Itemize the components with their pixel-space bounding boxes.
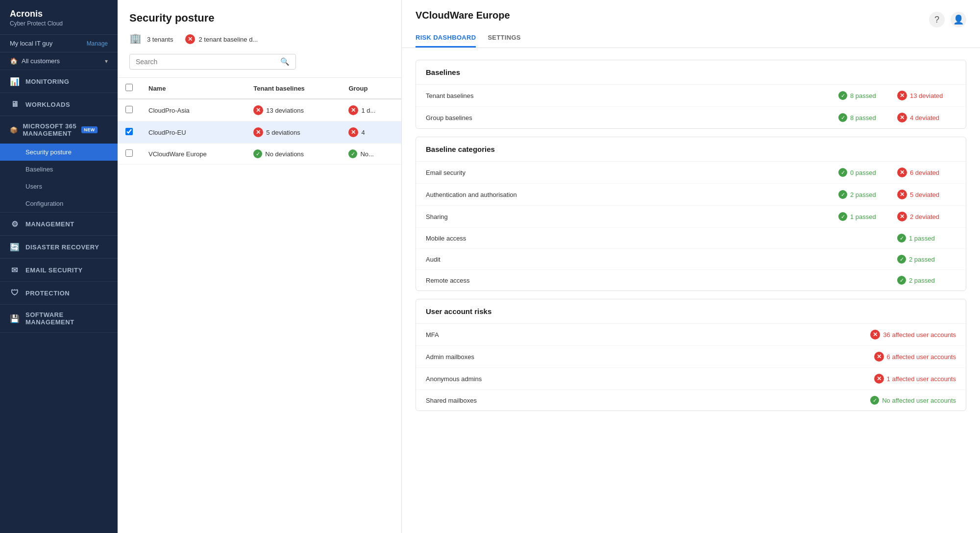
error-icon: ✕	[874, 352, 884, 362]
check-icon: ✓	[838, 212, 847, 221]
email-deviated-text: 6 deviated	[910, 169, 939, 176]
baselines-tenant-label: Tenant baselines	[426, 92, 838, 99]
baselines-tenant-deviated: ✕ 13 deviated	[897, 91, 956, 100]
customer-selector[interactable]: 🏠 All customers ▾	[0, 52, 118, 70]
sidebar-item-configuration[interactable]: Configuration	[0, 195, 118, 212]
nav-monitoring[interactable]: 📊 MONITORING	[0, 70, 118, 93]
sidebar-item-email-security[interactable]: ✉ EMAIL SECURITY	[0, 259, 118, 281]
row-checkbox-cell[interactable]	[118, 144, 141, 165]
deviation-text: 5 deviations	[266, 129, 300, 136]
sidebar-item-disaster-recovery[interactable]: 🔄 DISASTER RECOVERY	[0, 236, 118, 258]
detail-panel: VCloudWare Europe RISK DASHBOARD SETTING…	[402, 0, 980, 533]
manage-link[interactable]: Manage	[87, 40, 108, 47]
user-account-button[interactable]: 👤	[951, 12, 966, 27]
sidebar-item-baselines[interactable]: Baselines	[0, 161, 118, 178]
col-group-baselines: Group	[341, 78, 401, 99]
table-row[interactable]: CloudPro-Asia ✕ 13 deviations ✕ 1 d...	[118, 99, 401, 121]
nav-email-security[interactable]: ✉ EMAIL SECURITY	[0, 259, 118, 282]
row-checkbox[interactable]	[125, 128, 133, 135]
sidebar-item-security-posture[interactable]: Security posture	[0, 144, 118, 161]
sidebar-item-ms365[interactable]: 📦 MICROSOFT 365MANAGEMENT NEW	[0, 116, 118, 144]
nav-workloads[interactable]: 🖥 WORKLOADS	[0, 93, 118, 116]
user-account-risks-section: User account risks MFA ✕ 36 affected use…	[416, 299, 966, 411]
nav-disaster-recovery[interactable]: 🔄 DISASTER RECOVERY	[0, 236, 118, 259]
error-icon: ✕	[870, 330, 880, 339]
row-checkbox-cell[interactable]	[118, 99, 141, 121]
table-row[interactable]: VCloudWare Europe ✓ No deviations ✓ No..…	[118, 144, 401, 165]
sidebar: Acronis Cyber Protect Cloud My local IT …	[0, 0, 118, 533]
tab-bar: RISK DASHBOARD SETTINGS	[416, 29, 533, 48]
group-error-icon: ✕	[348, 105, 358, 115]
row-checkbox[interactable]	[125, 149, 133, 157]
row-tenant-baselines: ✕ 13 deviations	[245, 99, 341, 121]
row-checkbox-cell[interactable]	[118, 121, 141, 144]
sharing-deviated: ✕ 2 deviated	[897, 212, 956, 221]
error-icon: ✕	[185, 34, 195, 44]
risk-row-shared-mailboxes: Shared mailboxes ✓ No affected user acco…	[416, 390, 966, 411]
list-panel: Security posture 🏢 3 tenants ✕ 2 tenant …	[118, 0, 402, 533]
detail-header-actions: ? 👤	[929, 10, 966, 27]
detail-title: VCloudWare Europe	[416, 10, 533, 21]
error-icon: ✕	[897, 190, 907, 199]
check-icon: ✓	[897, 234, 906, 242]
category-row-mobile: Mobile access ✓ 1 passed	[416, 228, 966, 249]
workloads-label: WORKLOADS	[25, 101, 70, 108]
row-checkbox[interactable]	[125, 106, 133, 113]
list-panel-header: Security posture 🏢 3 tenants ✕ 2 tenant …	[118, 0, 401, 78]
remote-label: Remote access	[426, 277, 897, 284]
select-all-header[interactable]	[118, 78, 141, 99]
search-input[interactable]	[136, 58, 276, 66]
page-title: Security posture	[129, 12, 390, 24]
ms365-icon: 📦	[10, 126, 18, 134]
workloads-icon: 🖥	[10, 99, 20, 109]
tab-risk-dashboard[interactable]: RISK DASHBOARD	[416, 29, 476, 48]
tenant-deviated-text: 13 deviated	[910, 92, 943, 99]
sharing-passed-text: 1 passed	[850, 213, 876, 220]
deviation-error-icon: ✕	[253, 127, 263, 137]
sidebar-item-software-management[interactable]: 💾 SOFTWAREMANAGEMENT	[0, 305, 118, 332]
table-header: Name Tenant baselines Group	[118, 78, 401, 99]
row-name: CloudPro-EU	[141, 121, 245, 144]
group-error-icon: ✕	[348, 127, 358, 137]
group-text: No...	[360, 150, 373, 158]
nav-management[interactable]: ⚙ MANAGEMENT	[0, 213, 118, 236]
category-row-sharing: Sharing ✓ 1 passed ✕ 2 deviated	[416, 206, 966, 228]
new-badge: NEW	[81, 126, 98, 133]
sharing-label: Sharing	[426, 213, 838, 220]
sidebar-item-protection[interactable]: 🛡 PROTECTION	[0, 282, 118, 304]
tenant-count-item: 🏢 3 tenants	[129, 32, 173, 46]
table-body: CloudPro-Asia ✕ 13 deviations ✕ 1 d...	[118, 99, 401, 165]
deviation-count: 2 tenant baseline d...	[199, 36, 258, 43]
main-area: Security posture 🏢 3 tenants ✕ 2 tenant …	[118, 0, 980, 533]
customer-selector-label: 🏠 All customers	[10, 57, 60, 65]
protection-label: PROTECTION	[25, 290, 70, 297]
col-name: Name	[141, 78, 245, 99]
nav-ms365-section: 📦 MICROSOFT 365MANAGEMENT NEW Security p…	[0, 116, 118, 213]
mfa-value: ✕ 36 affected user accounts	[870, 330, 956, 339]
detail-content: Baselines Tenant baselines ✓ 8 passed ✕ …	[402, 48, 980, 533]
row-name: VCloudWare Europe	[141, 144, 245, 165]
sidebar-item-management[interactable]: ⚙ MANAGEMENT	[0, 213, 118, 235]
admin-mailboxes-label: Admin mailboxes	[426, 353, 874, 361]
sidebar-item-monitoring[interactable]: 📊 MONITORING	[0, 70, 118, 93]
row-name: CloudPro-Asia	[141, 99, 245, 121]
nav-protection[interactable]: 🛡 PROTECTION	[0, 282, 118, 305]
select-all-checkbox[interactable]	[125, 84, 133, 91]
baseline-categories-section: Baseline categories Email security ✓ 0 p…	[416, 137, 966, 291]
sidebar-item-workloads[interactable]: 🖥 WORKLOADS	[0, 93, 118, 116]
nav-software-management[interactable]: 💾 SOFTWAREMANAGEMENT	[0, 305, 118, 333]
audit-label: Audit	[426, 256, 897, 263]
row-group-baselines: ✕ 4	[341, 121, 401, 144]
mfa-label: MFA	[426, 331, 870, 339]
disaster-recovery-icon: 🔄	[10, 242, 20, 252]
home-icon: 🏠	[10, 57, 18, 65]
table-row[interactable]: CloudPro-EU ✕ 5 deviations ✕ 4	[118, 121, 401, 144]
sidebar-item-users[interactable]: Users	[0, 178, 118, 195]
protection-icon: 🛡	[10, 288, 20, 298]
search-bar[interactable]: 🔍	[129, 54, 296, 70]
error-icon: ✕	[874, 374, 884, 384]
mobile-label: Mobile access	[426, 235, 897, 242]
row-group-baselines: ✓ No...	[341, 144, 401, 165]
help-button[interactable]: ?	[929, 12, 945, 27]
tab-settings[interactable]: SETTINGS	[488, 29, 520, 48]
